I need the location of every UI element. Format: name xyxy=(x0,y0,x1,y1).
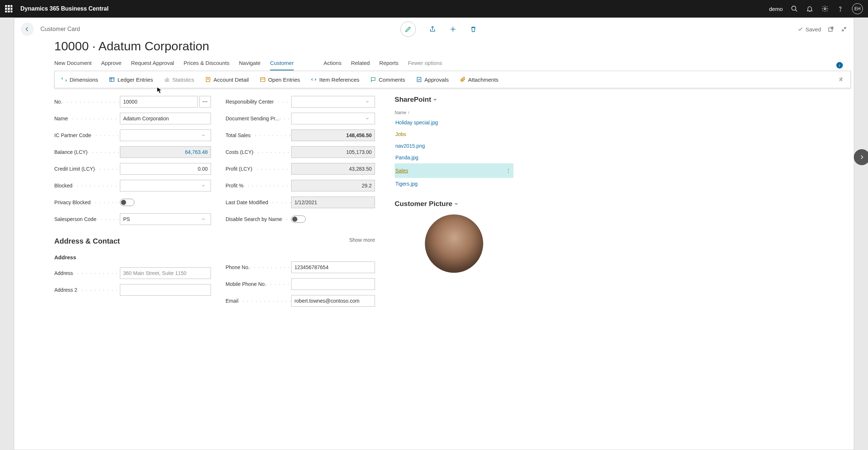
svg-point-0 xyxy=(792,6,796,11)
svg-point-3 xyxy=(824,8,826,10)
app-launcher-icon[interactable] xyxy=(5,5,12,12)
app-title: Dynamics 365 Business Central xyxy=(20,5,769,12)
environment-label: demo xyxy=(769,6,783,12)
svg-line-1 xyxy=(795,10,797,12)
help-icon[interactable] xyxy=(837,5,844,12)
bell-icon[interactable] xyxy=(806,5,813,12)
topbar: Dynamics 365 Business Central demo EH xyxy=(0,0,868,18)
search-icon[interactable] xyxy=(791,5,798,12)
gear-icon[interactable] xyxy=(821,5,829,12)
svg-point-4 xyxy=(840,11,840,11)
user-avatar[interactable]: EH xyxy=(852,3,863,14)
